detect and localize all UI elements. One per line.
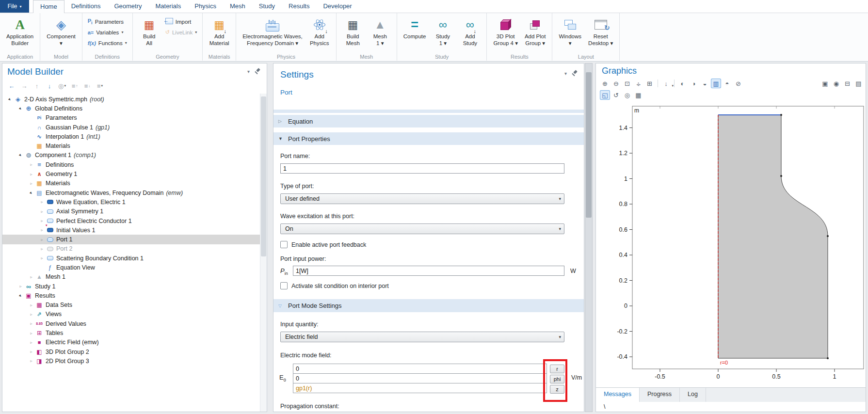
section-equation[interactable]: ▷ Equation bbox=[273, 115, 584, 127]
tree-item-mesh-1[interactable]: ▹▲Mesh 1 bbox=[2, 272, 260, 282]
tree-item-data-sets[interactable]: ▹▦Data Sets bbox=[2, 301, 260, 310]
tab-geometry[interactable]: Geometry bbox=[107, 0, 148, 13]
zoom-extents-icon[interactable]: ⊡ bbox=[622, 79, 632, 88]
node-group-icon[interactable]: ≡▾ bbox=[95, 81, 105, 91]
port-input-power-input[interactable] bbox=[293, 266, 564, 276]
select-mode-icon[interactable]: ◱ bbox=[600, 90, 610, 100]
build-mesh-button[interactable]: ▦BuildMesh bbox=[341, 15, 365, 47]
expand-arrow[interactable]: ▹ bbox=[28, 172, 35, 176]
add-plot-group-button[interactable]: Add PlotGroup ▾ bbox=[523, 15, 547, 47]
panel-menu-icon[interactable]: ▾ bbox=[247, 69, 250, 74]
window-snapshot-icon[interactable]: ▣ bbox=[820, 79, 830, 88]
expand-all-icon[interactable]: ≡↑ bbox=[69, 81, 80, 91]
expand-arrow[interactable]: ▹ bbox=[28, 331, 35, 335]
livelink-button[interactable]: ↺LiveLink▾ bbox=[164, 28, 198, 37]
expand-arrow[interactable]: ▹ bbox=[38, 200, 46, 204]
expand-arrow[interactable]: ▹ bbox=[38, 219, 46, 223]
section-port-mode-settings[interactable]: ▽ Port Mode Settings bbox=[273, 299, 584, 312]
animation-icon[interactable]: ◉ bbox=[831, 79, 841, 88]
build-all-button[interactable]: ▦BuildAll bbox=[137, 15, 161, 47]
tab-home[interactable]: Home bbox=[33, 0, 64, 13]
go-back-icon[interactable]: ← bbox=[6, 81, 17, 91]
print-icon[interactable]: ▦ bbox=[633, 90, 643, 100]
tree-item-derived-values[interactable]: ▹8.85Derived Values bbox=[2, 319, 260, 328]
tree-item-equation-view[interactable]: ƒEquation View bbox=[2, 263, 260, 272]
tree-item-materials[interactable]: ▦Materials bbox=[2, 141, 260, 150]
variables-button[interactable]: a=Variables▾ bbox=[87, 28, 128, 37]
tree-item-2d-plot-group-3[interactable]: ▹◨2D Plot Group 3 bbox=[2, 356, 260, 366]
expand-arrow[interactable]: ▹ bbox=[17, 284, 24, 288]
move-down-icon[interactable]: ↓ bbox=[44, 81, 55, 91]
type-of-port-select[interactable]: User defined▾ bbox=[280, 193, 564, 204]
file-menu-button[interactable]: File ▾ bbox=[0, 0, 29, 13]
view-direction-icon[interactable]: ↓▾ bbox=[661, 79, 671, 88]
scene-light-icon[interactable]: ◐ bbox=[677, 79, 688, 88]
expand-arrow[interactable]: ▹ bbox=[28, 181, 35, 186]
tab-developer[interactable]: Developer bbox=[316, 0, 358, 13]
collapse-all-icon[interactable]: ≡↓ bbox=[82, 81, 93, 91]
tree-item-3d-plot-group-2[interactable]: ▹◧3D Plot Group 2 bbox=[2, 347, 260, 356]
tree-item-scattering-boundary-condition-1[interactable]: ▹Scattering Boundary Condition 1 bbox=[2, 254, 260, 263]
tree-item-port-2[interactable]: ▹Port 2 bbox=[2, 244, 260, 254]
electric-mode-field-input-2[interactable] bbox=[293, 373, 547, 383]
tree-item-port-1[interactable]: ▹Port 1 bbox=[2, 235, 260, 244]
color-theme-icon[interactable]: ◑ bbox=[689, 79, 699, 88]
surface-render-icon[interactable]: ▥ bbox=[711, 79, 721, 88]
tree-item-electromagnetic-waves-frequency-domain[interactable]: ▸▤Electromagnetic Waves, Frequency Domai… bbox=[2, 188, 260, 197]
tab-mesh[interactable]: Mesh bbox=[223, 0, 252, 13]
expand-arrow[interactable]: ▸ bbox=[16, 151, 25, 160]
tree-item-study-1[interactable]: ▹∞Study 1 bbox=[2, 282, 260, 291]
zoom-in-icon[interactable]: ⊕ bbox=[600, 79, 610, 88]
add-study-button[interactable]: ∞↓AddStudy bbox=[458, 15, 482, 47]
expand-arrow[interactable]: ▹ bbox=[38, 228, 46, 232]
expand-arrow[interactable]: ▹ bbox=[28, 350, 35, 354]
electromagnetic-waves-frequency-domain-button[interactable]: Electromagnetic Waves,Frequency Domain ▾ bbox=[241, 15, 305, 47]
expand-arrow[interactable]: ▹ bbox=[38, 209, 46, 214]
3d-plot-group-4-button[interactable]: 3D PlotGroup 4 ▾ bbox=[491, 15, 520, 47]
expand-arrow[interactable]: ▸ bbox=[27, 189, 36, 197]
section-port-properties[interactable]: ▼ Port Properties bbox=[273, 132, 584, 145]
tree-item-parameters[interactable]: PiParameters bbox=[2, 113, 260, 123]
tab-definitions[interactable]: Definitions bbox=[64, 0, 108, 13]
tab-results[interactable]: Results bbox=[282, 0, 316, 13]
expand-arrow[interactable]: ▹ bbox=[28, 359, 35, 363]
expand-arrow[interactable]: ▹ bbox=[38, 256, 46, 260]
plot-area[interactable]: 1.41.210.80.60.40.20-0.2-0.4-0.500.51mr=… bbox=[596, 102, 867, 382]
export-image-icon[interactable]: ▤ bbox=[853, 79, 864, 88]
panel-menu-icon[interactable]: ▾ bbox=[564, 71, 567, 76]
move-up-icon[interactable]: ↑ bbox=[32, 81, 42, 91]
tree-item-perfect-electric-conductor-1[interactable]: ▹Perfect Electric Conductor 1 bbox=[2, 216, 260, 225]
expand-arrow[interactable]: ▹ bbox=[28, 321, 35, 326]
zoom-out-icon[interactable]: ⊖ bbox=[611, 79, 621, 88]
expand-arrow[interactable]: ▸ bbox=[16, 104, 25, 113]
transparency-icon[interactable]: ◒ bbox=[700, 79, 710, 88]
expand-arrow[interactable]: ▹ bbox=[28, 312, 35, 317]
import-button[interactable]: ←Import bbox=[164, 17, 198, 26]
wireframe-render-icon[interactable]: ◓ bbox=[722, 79, 732, 88]
tree-item-tables[interactable]: ▹⊞Tables bbox=[2, 328, 260, 337]
model-builder-scrollbar[interactable] bbox=[260, 94, 267, 412]
tree-item-initial-values-1[interactable]: ▹Initial Values 1 bbox=[2, 225, 260, 235]
tree-item-electric-field-emw-[interactable]: ▹■Electric Field (emw) bbox=[2, 338, 260, 347]
reset-hiding-icon[interactable]: ↺ bbox=[611, 90, 621, 100]
electric-mode-field-input-3[interactable] bbox=[293, 383, 547, 393]
tree-item-gaussian-pulse-1[interactable]: ∩Gaussian Pulse 1(gp1) bbox=[2, 123, 260, 132]
tree-item-axial-symmetry-1[interactable]: ▹Axial Symmetry 1 bbox=[2, 207, 260, 216]
add-physics-button[interactable]: ↓AddPhysics bbox=[307, 15, 332, 47]
expand-arrow[interactable]: ▸ bbox=[16, 291, 25, 300]
electric-mode-field-input-1[interactable] bbox=[293, 364, 547, 374]
tree-item-wave-equation-electric-1[interactable]: ▹Wave Equation, Electric 1 bbox=[2, 197, 260, 207]
add-material-button[interactable]: ▦↓AddMaterial bbox=[207, 15, 231, 47]
port-name-input[interactable] bbox=[280, 163, 564, 174]
tree-item-component-1[interactable]: ▸⊚Component 1(comp1) bbox=[2, 151, 260, 160]
go-forward-icon[interactable]: → bbox=[19, 81, 30, 91]
expand-arrow[interactable]: ▹ bbox=[38, 238, 46, 242]
reset-desktop-button[interactable]: ↻ResetDesktop ▾ bbox=[586, 15, 615, 47]
wave-excitation-select[interactable]: On▾ bbox=[280, 223, 564, 234]
study-1-button[interactable]: ∞Study1 ▾ bbox=[431, 15, 455, 47]
tree-item-views[interactable]: ▹⇗Views bbox=[2, 310, 260, 319]
pin-icon[interactable] bbox=[255, 68, 261, 75]
enable-active-port-feedback-checkbox[interactable] bbox=[280, 241, 288, 248]
tab-materials[interactable]: Materials bbox=[148, 0, 188, 13]
tree-item-2-d-axis-symettric-mph[interactable]: ▸◈2-D Axis Symettric.mph(root) bbox=[2, 95, 260, 104]
